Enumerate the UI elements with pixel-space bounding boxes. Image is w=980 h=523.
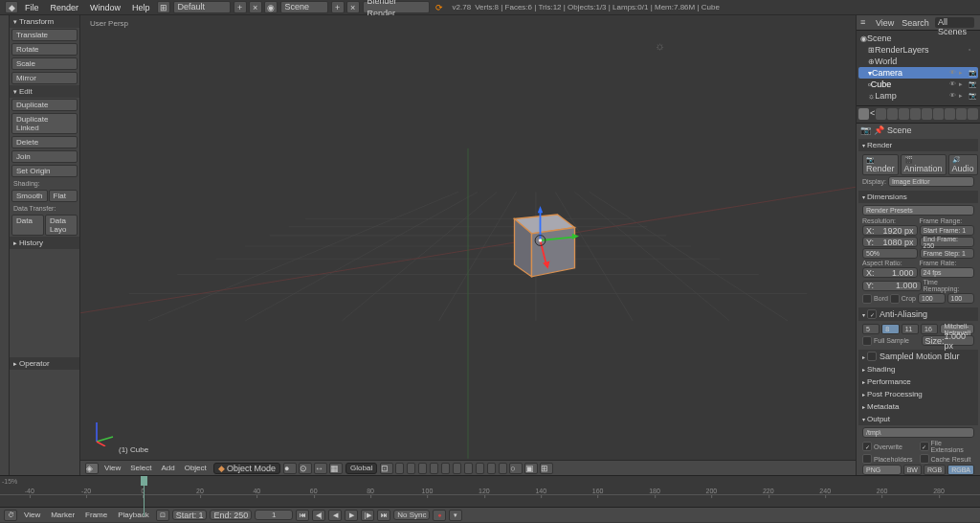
cache-checkbox[interactable] (920, 454, 929, 464)
outliner-view[interactable]: View (872, 18, 898, 28)
file-ext-checkbox[interactable] (920, 442, 929, 451)
jump-start-icon[interactable]: ⏮ (296, 510, 309, 521)
properties-body[interactable]: Render 📷 Render 🎬 Animation 🔊 Audio Disp… (857, 137, 980, 475)
outliner-search-label[interactable]: Search (898, 18, 933, 28)
screen-layout-icon[interactable]: ⊞ (157, 1, 170, 13)
tree-camera[interactable]: ▾ Camera👁▸📷 (858, 67, 978, 79)
render-button[interactable]: 📷 Render (862, 154, 899, 175)
res-y-field[interactable]: Y:1080 px (862, 237, 918, 247)
frame-step-field[interactable]: Frame Step: 1 (920, 248, 975, 259)
format-selector[interactable]: PNG (862, 465, 902, 475)
crop-checkbox[interactable] (890, 294, 900, 304)
flat-button[interactable]: Flat (49, 190, 78, 202)
aa-enable-checkbox[interactable] (867, 309, 877, 319)
jump-end-icon[interactable]: ⏭ (377, 510, 390, 521)
tl-frame[interactable]: Frame (81, 511, 111, 519)
res-pct-field[interactable]: 50% (862, 248, 918, 259)
vh-add[interactable]: Add (156, 464, 179, 472)
start-frame-field[interactable]: Start: 1 (172, 510, 208, 520)
tree-world[interactable]: ⊕ World (858, 56, 978, 67)
scene-selector[interactable]: Scene (280, 1, 328, 13)
delete-button[interactable]: Delete (11, 136, 78, 148)
tl-range-icon[interactable]: ⊡ (156, 510, 169, 521)
tab-world[interactable] (899, 108, 909, 120)
aa-section-header[interactable]: Anti-Aliasing (858, 307, 978, 321)
aa-size-field[interactable]: Size:1.000 px (922, 335, 975, 346)
translate-button[interactable]: Translate (11, 29, 78, 41)
edit-panel-header[interactable]: Edit (10, 85, 79, 98)
border-checkbox[interactable] (862, 294, 872, 304)
rgb-button[interactable]: RGB (924, 465, 946, 475)
bw-button[interactable]: BW (903, 465, 922, 475)
start-frame-field[interactable]: Start Frame: 1 (920, 225, 975, 236)
join-button[interactable]: Join (11, 150, 78, 163)
end-frame-field[interactable]: End Frame: 250 (920, 237, 975, 247)
snap-icon[interactable]: ⊡ (380, 463, 393, 474)
display-selector[interactable]: Image Editor (888, 176, 974, 187)
lamp-object-icon[interactable]: ☼ (655, 39, 665, 53)
layout-selector[interactable]: Default (173, 1, 231, 13)
layout-add-icon[interactable]: + (234, 1, 247, 13)
snap-element-icon[interactable]: ▣ (524, 463, 538, 474)
timeline-playhead[interactable] (144, 476, 145, 516)
performance-header[interactable]: Performance (858, 375, 978, 388)
history-panel-header[interactable]: History (10, 237, 79, 249)
sync-selector[interactable]: No Sync (393, 510, 430, 520)
full-sample-checkbox[interactable] (862, 336, 872, 346)
keying-set-icon[interactable]: ▾ (449, 510, 462, 521)
scale-button[interactable]: Scale (11, 57, 78, 70)
tab-material[interactable] (956, 108, 967, 120)
tree-lamp[interactable]: ☼ Lamp👁▸📷 (858, 90, 978, 102)
keyframe-prev-icon[interactable]: ◀| (312, 510, 325, 521)
scene-del-icon[interactable]: × (346, 1, 360, 13)
tab-constraints[interactable] (922, 108, 932, 120)
output-section-header[interactable]: Output (858, 413, 978, 425)
operator-panel-header[interactable]: Operator (10, 357, 79, 370)
data-button[interactable]: Data (11, 215, 44, 236)
vh-view[interactable]: View (100, 464, 125, 472)
tl-marker[interactable]: Marker (47, 511, 78, 519)
metadata-header[interactable]: Metadata (858, 400, 978, 413)
res-x-field[interactable]: X:1920 px (862, 225, 918, 236)
aa-11[interactable]: 11 (902, 324, 919, 334)
tab-layers[interactable] (876, 108, 886, 120)
aa-5[interactable]: 5 (862, 324, 880, 334)
placeholders-checkbox[interactable] (862, 454, 872, 464)
time-old-field[interactable]: 100 (918, 293, 946, 304)
tl-playback[interactable]: Playback (114, 511, 152, 519)
aspect-y-field[interactable]: Y:1.000 (862, 281, 922, 291)
duplicate-button[interactable]: Duplicate (11, 99, 78, 111)
shading-section-header[interactable]: Shading (858, 363, 978, 375)
layers-icon[interactable]: ▦ (329, 463, 343, 474)
3d-viewport[interactable]: User Persp (80, 15, 856, 475)
autokey-icon[interactable]: ● (433, 510, 446, 521)
tab-modifiers[interactable] (933, 108, 944, 120)
aspect-x-field[interactable]: X:1.000 (862, 267, 918, 278)
tab-data[interactable] (945, 108, 955, 120)
audio-button[interactable]: 🔊 Audio (948, 154, 978, 175)
menu-help[interactable]: Help (126, 3, 156, 12)
shading-icon[interactable]: ● (283, 463, 297, 474)
smooth-button[interactable]: Smooth (11, 190, 48, 202)
orientation-selector[interactable]: Global (345, 463, 377, 474)
rgba-button[interactable]: RGBA (947, 465, 974, 475)
animation-button[interactable]: 🎬 Animation (901, 154, 947, 175)
play-icon[interactable]: ▶ (345, 510, 358, 521)
blender-icon[interactable]: ◆ (5, 1, 18, 13)
aa-8[interactable]: 8 (881, 324, 899, 334)
manipulator-icon[interactable]: ↔ (314, 463, 327, 474)
scene-icon[interactable]: ◉ (264, 1, 278, 13)
tab-scene[interactable] (887, 108, 898, 120)
menu-render[interactable]: Render (45, 3, 85, 12)
tab-texture[interactable] (968, 108, 978, 120)
timeline-type-icon[interactable]: ⏱ (4, 510, 17, 521)
mirror-button[interactable]: Mirror (11, 72, 78, 84)
tl-view[interactable]: View (20, 511, 44, 519)
outliner-filter[interactable]: All Scenes (935, 17, 974, 28)
set-origin-button[interactable]: Set Origin (11, 165, 78, 177)
toolshelf-tabs[interactable] (0, 15, 10, 475)
outliner-type-icon[interactable]: ≡ (860, 17, 872, 28)
rotate-button[interactable]: Rotate (11, 43, 78, 56)
dimensions-section-header[interactable]: Dimensions (858, 191, 978, 203)
tree-cube[interactable]: ▫ Cube👁▸📷 (858, 79, 978, 90)
